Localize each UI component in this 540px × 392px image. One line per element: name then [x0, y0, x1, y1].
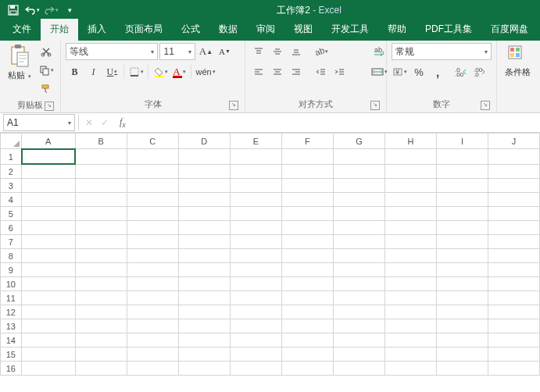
cell[interactable]: [488, 179, 539, 193]
cell[interactable]: [75, 235, 127, 249]
row-header[interactable]: 2: [1, 165, 22, 179]
cell[interactable]: [436, 277, 488, 291]
cell[interactable]: [127, 347, 178, 362]
cell[interactable]: [75, 291, 127, 305]
row-header[interactable]: 13: [1, 319, 22, 333]
cell[interactable]: [230, 347, 281, 362]
cell[interactable]: [75, 362, 127, 376]
cell[interactable]: [333, 207, 384, 221]
cell[interactable]: [384, 179, 436, 193]
cell[interactable]: [75, 221, 127, 235]
cell[interactable]: [230, 221, 281, 235]
cell[interactable]: [21, 347, 75, 362]
cell[interactable]: [178, 235, 230, 249]
accounting-format-button[interactable]: ¥▾: [392, 63, 409, 80]
cell[interactable]: [230, 305, 281, 319]
cell[interactable]: [75, 179, 127, 193]
paste-button[interactable]: 粘贴 ▾: [5, 43, 34, 83]
cell[interactable]: [178, 249, 230, 263]
cell[interactable]: [230, 362, 281, 376]
cut-button[interactable]: [38, 43, 55, 60]
row-header[interactable]: 5: [1, 207, 22, 221]
cell[interactable]: [488, 165, 539, 179]
cell[interactable]: [21, 207, 75, 221]
cell[interactable]: [436, 149, 488, 165]
bold-button[interactable]: B: [66, 63, 83, 80]
cell[interactable]: [384, 333, 436, 347]
cell[interactable]: [281, 165, 333, 179]
row-header[interactable]: 12: [1, 305, 22, 319]
redo-button[interactable]: ▾: [42, 2, 59, 19]
cell[interactable]: [384, 305, 436, 319]
cell[interactable]: [281, 319, 333, 333]
qat-customize[interactable]: ▾: [61, 2, 78, 19]
cell[interactable]: [21, 179, 75, 193]
cell[interactable]: [281, 221, 333, 235]
cell[interactable]: [436, 305, 488, 319]
cell[interactable]: [75, 347, 127, 362]
align-left-button[interactable]: [250, 63, 267, 80]
tab-page-layout[interactable]: 页面布局: [116, 19, 172, 41]
cell[interactable]: [21, 221, 75, 235]
row-header[interactable]: 1: [1, 149, 22, 165]
tab-home[interactable]: 开始: [41, 19, 78, 41]
select-all-corner[interactable]: [1, 134, 22, 149]
column-header[interactable]: E: [230, 134, 281, 149]
align-right-button[interactable]: [288, 63, 305, 80]
cell[interactable]: [21, 193, 75, 207]
increase-decimal-button[interactable]: .0.00: [452, 63, 470, 80]
cell[interactable]: [178, 362, 230, 376]
tab-help[interactable]: 帮助: [378, 19, 416, 41]
cell[interactable]: [384, 291, 436, 305]
decrease-indent-button[interactable]: [313, 63, 330, 80]
cell[interactable]: [333, 221, 384, 235]
cell[interactable]: [488, 207, 539, 221]
tab-baidu[interactable]: 百度网盘: [481, 19, 538, 41]
cell[interactable]: [178, 149, 230, 165]
cell[interactable]: [488, 249, 539, 263]
cell[interactable]: [230, 165, 281, 179]
column-header[interactable]: G: [333, 134, 384, 149]
cell[interactable]: [488, 263, 539, 277]
column-header[interactable]: A: [21, 134, 75, 149]
cell[interactable]: [21, 333, 75, 347]
cell[interactable]: [75, 305, 127, 319]
cell[interactable]: [178, 305, 230, 319]
tab-formulas[interactable]: 公式: [172, 19, 209, 41]
cell[interactable]: [436, 333, 488, 347]
orientation-button[interactable]: ab▾: [313, 43, 330, 60]
cell[interactable]: [281, 235, 333, 249]
cell[interactable]: [127, 149, 178, 165]
cell[interactable]: [488, 305, 539, 319]
cell[interactable]: [230, 277, 281, 291]
cell[interactable]: [436, 362, 488, 376]
tab-file[interactable]: 文件: [3, 19, 41, 41]
cell[interactable]: [333, 305, 384, 319]
copy-button[interactable]: ▾: [38, 62, 55, 79]
cell[interactable]: [333, 149, 384, 165]
cell[interactable]: [127, 333, 178, 347]
cell[interactable]: [436, 221, 488, 235]
cell[interactable]: [230, 291, 281, 305]
cell[interactable]: [75, 149, 127, 165]
cell[interactable]: [384, 263, 436, 277]
column-header[interactable]: D: [178, 134, 230, 149]
cell[interactable]: [75, 263, 127, 277]
cell[interactable]: [436, 319, 488, 333]
cell[interactable]: [230, 235, 281, 249]
column-header[interactable]: H: [384, 134, 436, 149]
number-dialog-launcher[interactable]: ↘: [481, 101, 490, 110]
spreadsheet-grid[interactable]: ABCDEFGHIJ12345678910111213141516: [0, 133, 540, 392]
cell[interactable]: [230, 179, 281, 193]
cancel-formula-icon[interactable]: ✕: [85, 117, 93, 128]
tab-pdf-tools[interactable]: PDF工具集: [416, 19, 481, 41]
cell[interactable]: [436, 179, 488, 193]
enter-formula-icon[interactable]: ✓: [101, 117, 109, 128]
cell[interactable]: [21, 305, 75, 319]
row-header[interactable]: 14: [1, 333, 22, 347]
cell[interactable]: [436, 207, 488, 221]
cell[interactable]: [178, 277, 230, 291]
tab-view[interactable]: 视图: [284, 19, 322, 41]
cell[interactable]: [230, 193, 281, 207]
cell[interactable]: [281, 333, 333, 347]
